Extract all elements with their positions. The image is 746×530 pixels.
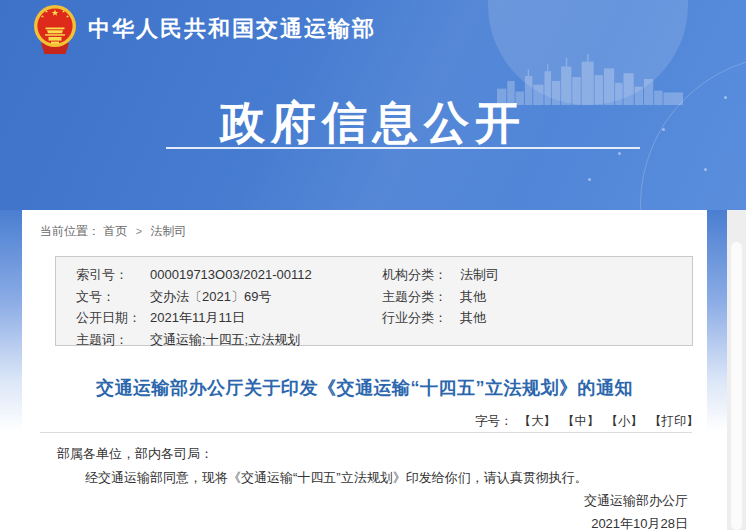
document-meta-box: 索引号：000019713O03/2021-00112 文号：交办法〔2021〕…	[55, 256, 693, 346]
meta-row-publish-date: 公开日期：2021年11月11日	[76, 307, 312, 329]
meta-row-org-category: 机构分类：法制司	[382, 264, 499, 286]
meta-row-keywords: 主题词：交通运输;十四五;立法规划	[76, 329, 312, 351]
article-paragraph: 经交通运输部同意，现将《交通运输“十四五”立法规划》印发给你们，请认真贯彻执行。	[85, 469, 588, 487]
meta-column-left: 索引号：000019713O03/2021-00112 文号：交办法〔2021〕…	[76, 264, 312, 350]
font-size-controls: 字号：【大】【中】【小】【打印】	[475, 413, 699, 430]
meta-row-industry-category: 行业分类：其他	[382, 307, 499, 329]
meta-column-right: 机构分类：法制司 主题分类：其他 行业分类：其他	[382, 264, 499, 329]
breadcrumb-current-link[interactable]: 法制司	[150, 224, 186, 238]
top-banner: 中华人民共和国交通运输部 政府信息公开	[0, 0, 746, 210]
scrollbar-thumb[interactable]	[731, 242, 742, 530]
meta-row-index-number: 索引号：000019713O03/2021-00112	[76, 264, 312, 286]
breadcrumb: 当前位置： 首页 > 法制司	[40, 223, 186, 240]
signature-date: 2021年10月28日	[591, 515, 688, 530]
meta-row-doc-number: 文号：交办法〔2021〕69号	[76, 286, 312, 308]
meta-row-topic-category: 主题分类：其他	[382, 286, 499, 308]
breadcrumb-label: 当前位置：	[40, 224, 100, 238]
article-salutation: 部属各单位，部内各司局：	[57, 445, 213, 463]
banner-page-title: 政府信息公开	[0, 93, 746, 153]
decor-dot	[588, 178, 591, 181]
document-title: 交通运输部办公厅关于印发《交通运输“十四五”立法规划》的通知	[22, 376, 707, 400]
print-button[interactable]: 【打印】	[649, 414, 699, 428]
font-size-large-button[interactable]: 【大】	[519, 414, 557, 428]
font-size-label: 字号：	[475, 414, 513, 428]
scrollbar-track	[727, 210, 746, 530]
breadcrumb-separator: >	[136, 225, 142, 237]
breadcrumb-home-link[interactable]: 首页	[103, 224, 127, 238]
signature-organization: 交通运输部办公厅	[584, 492, 688, 510]
national-emblem-icon	[32, 4, 78, 56]
content-panel: 当前位置： 首页 > 法制司 索引号：000019713O03/2021-001…	[22, 210, 707, 530]
banner-title-underline	[166, 147, 640, 149]
title-divider	[40, 432, 692, 433]
decor-dot	[704, 168, 707, 171]
font-size-medium-button[interactable]: 【中】	[562, 414, 600, 428]
font-size-small-button[interactable]: 【小】	[606, 414, 644, 428]
site-name: 中华人民共和国交通运输部	[88, 14, 376, 44]
page: 中华人民共和国交通运输部 政府信息公开 当前位置： 首页 > 法制司 索引号：0…	[0, 0, 746, 530]
